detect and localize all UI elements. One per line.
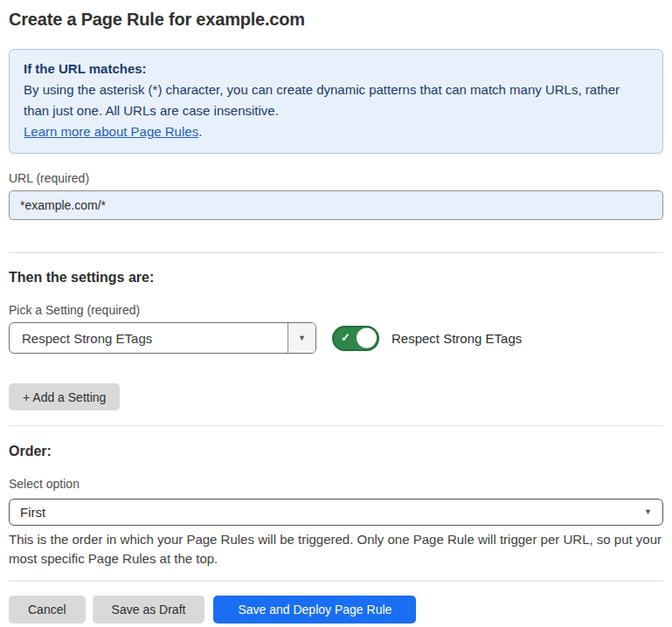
info-box-heading: If the URL matches:: [24, 59, 648, 79]
pick-setting-label: Pick a Setting (required): [9, 303, 663, 317]
create-page-rule-form: Create a Page Rule for example.com If th…: [0, 0, 672, 624]
etags-toggle-label: Respect Strong ETags: [391, 331, 522, 346]
link-suffix: .: [198, 124, 202, 139]
order-section-heading: Order:: [9, 444, 663, 459]
footer-button-row: Cancel Save as Draft Save and Deploy Pag…: [9, 596, 663, 624]
chevron-down-icon: ▼: [298, 334, 306, 342]
setting-select[interactable]: Respect Strong ETags ▼: [9, 322, 316, 354]
chevron-down-icon: ▼: [644, 508, 652, 516]
save-and-deploy-button[interactable]: Save and Deploy Page Rule: [213, 596, 416, 624]
url-match-info-box: If the URL matches: By using the asteris…: [9, 49, 663, 154]
url-input[interactable]: [9, 190, 663, 220]
order-help-text: This is the order in which your Page Rul…: [9, 530, 663, 568]
setting-row: Respect Strong ETags ▼ ✓ Respect Strong …: [9, 322, 663, 354]
info-box-body: By using the asterisk (*) character, you…: [24, 79, 648, 121]
section-divider: [9, 252, 663, 253]
toggle-knob: [357, 328, 377, 348]
add-setting-button[interactable]: + Add a Setting: [9, 383, 120, 410]
info-box-link-line: Learn more about Page Rules.: [24, 121, 648, 142]
order-select[interactable]: First ▼: [9, 499, 663, 526]
order-select-label: Select option: [9, 477, 663, 491]
save-as-draft-button[interactable]: Save as Draft: [93, 596, 205, 624]
section-divider: [9, 425, 663, 426]
url-field-label: URL (required): [9, 171, 663, 185]
setting-select-arrow-button[interactable]: ▼: [288, 323, 315, 353]
etags-toggle[interactable]: ✓: [332, 326, 379, 351]
settings-section-heading: Then the settings are:: [9, 270, 663, 286]
footer-divider: [9, 581, 663, 582]
etags-toggle-group: ✓ Respect Strong ETags: [332, 326, 522, 351]
page-title: Create a Page Rule for example.com: [9, 10, 663, 30]
learn-more-link[interactable]: Learn more about Page Rules: [24, 124, 198, 139]
check-icon: ✓: [341, 331, 350, 344]
order-select-value: First: [20, 505, 45, 520]
cancel-button[interactable]: Cancel: [9, 596, 86, 624]
setting-select-value: Respect Strong ETags: [10, 323, 288, 353]
